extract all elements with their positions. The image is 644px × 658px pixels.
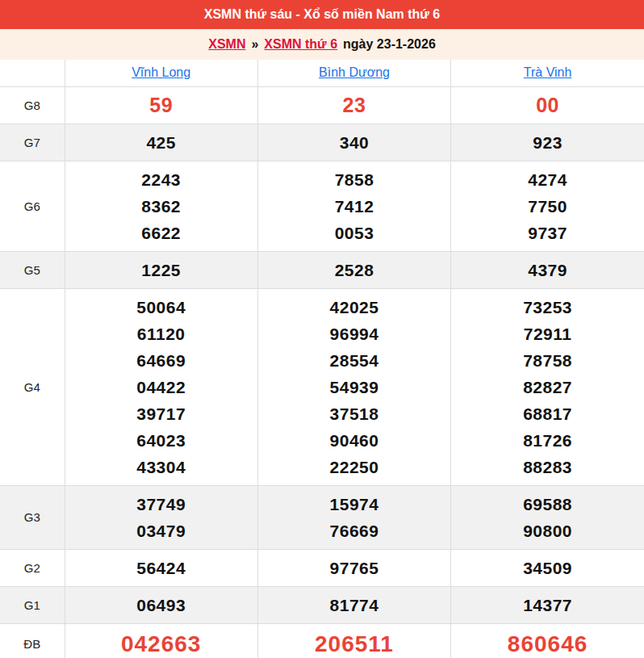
- result-number: 76669: [258, 518, 450, 544]
- result-cell: 206511: [257, 623, 450, 658]
- result-number: 2528: [258, 257, 450, 283]
- prize-label-header: [0, 60, 65, 86]
- result-number: 00: [451, 92, 644, 119]
- result-number: 37518: [258, 400, 450, 427]
- result-number: 15974: [258, 491, 450, 518]
- result-number: 23: [258, 92, 450, 119]
- result-number: 7750: [451, 193, 644, 220]
- prize-label: G5: [0, 251, 65, 288]
- result-number: 50064: [65, 294, 257, 321]
- breadcrumb-link-xsmn-thu-6[interactable]: XSMN thứ 6: [264, 37, 337, 52]
- prize-label: ĐB: [0, 623, 65, 658]
- prize-label: G2: [0, 549, 65, 586]
- table-row-g7: G7425340923: [0, 124, 644, 161]
- result-number: 923: [451, 129, 644, 156]
- result-cell: 06493: [65, 586, 257, 623]
- result-number: 97765: [258, 555, 450, 581]
- result-number: 14377: [451, 592, 644, 618]
- result-cell: 923: [451, 124, 644, 161]
- page-title: XSMN thứ sáu - Xổ số miền Nam thứ 6: [204, 7, 441, 22]
- result-number: 69588: [451, 491, 644, 518]
- result-number: 56424: [65, 555, 257, 581]
- result-cell: 4379: [451, 251, 644, 288]
- result-number: 340: [258, 129, 450, 156]
- table-header-row: Vĩnh Long Bình Dương Trà Vinh: [0, 60, 644, 86]
- result-cell: 56424: [65, 549, 257, 586]
- result-number: 6622: [65, 220, 257, 246]
- result-number: 9737: [451, 220, 644, 246]
- result-cell: 42025969942855454939375189046022250: [257, 288, 450, 485]
- result-number: 43304: [65, 454, 257, 480]
- result-number: 042663: [65, 629, 257, 658]
- result-number: 206511: [258, 629, 450, 658]
- result-number: 8362: [65, 193, 257, 220]
- result-number: 78758: [451, 347, 644, 374]
- province-link-vinh-long[interactable]: Vĩnh Long: [132, 65, 190, 79]
- result-number: 22250: [258, 454, 450, 480]
- result-number: 4274: [451, 166, 644, 193]
- result-cell: 14377: [451, 586, 644, 623]
- result-number: 04422: [65, 374, 257, 400]
- result-number: 59: [65, 92, 257, 119]
- result-cell: 1225: [65, 251, 257, 288]
- result-cell: 23: [257, 86, 450, 124]
- prize-label: G8: [0, 86, 65, 124]
- result-number: 72911: [451, 321, 644, 347]
- result-cell: 6958890800: [451, 485, 644, 549]
- result-number: 81774: [258, 592, 450, 618]
- result-number: 90800: [451, 518, 644, 544]
- table-row-đb: ĐB042663206511860646: [0, 623, 644, 658]
- result-cell: 97765: [257, 549, 450, 586]
- result-number: 54939: [258, 374, 450, 400]
- result-number: 28554: [258, 347, 450, 374]
- result-cell: 34509: [451, 549, 644, 586]
- table-row-g3: G3377490347915974766696958890800: [0, 485, 644, 549]
- result-number: 0053: [258, 220, 450, 246]
- result-cell: 785874120053: [257, 161, 450, 251]
- result-number: 425: [65, 129, 257, 156]
- province-link-tra-vinh[interactable]: Trà Vinh: [524, 65, 572, 79]
- title-bar: XSMN thứ sáu - Xổ số miền Nam thứ 6: [0, 0, 644, 29]
- result-number: 73253: [451, 294, 644, 321]
- result-number: 7412: [258, 193, 450, 220]
- result-number: 860646: [451, 629, 644, 658]
- result-cell: 427477509737: [451, 161, 644, 251]
- table-row-g1: G1064938177414377: [0, 586, 644, 623]
- province-link-binh-duong[interactable]: Bình Dương: [319, 65, 390, 79]
- result-number: 4379: [451, 257, 644, 283]
- result-number: 1225: [65, 257, 257, 283]
- result-cell: 3774903479: [65, 485, 257, 549]
- result-number: 42025: [258, 294, 450, 321]
- result-cell: 50064611206466904422397176402343304: [65, 288, 257, 485]
- result-cell: 2528: [257, 251, 450, 288]
- column-header-tra-vinh: Trà Vinh: [451, 60, 644, 86]
- result-number: 68817: [451, 400, 644, 427]
- result-cell: 860646: [451, 623, 644, 658]
- result-cell: 59: [65, 86, 257, 124]
- result-number: 88283: [451, 454, 644, 480]
- result-cell: 425: [65, 124, 257, 161]
- result-number: 81726: [451, 427, 644, 454]
- result-number: 34509: [451, 555, 644, 581]
- result-number: 03479: [65, 518, 257, 544]
- result-cell: 224383626622: [65, 161, 257, 251]
- result-number: 06493: [65, 592, 257, 618]
- column-header-vinh-long: Vĩnh Long: [65, 60, 257, 86]
- table-row-g6: G6224383626622785874120053427477509737: [0, 161, 644, 251]
- column-header-binh-duong: Bình Dương: [257, 60, 450, 86]
- result-number: 39717: [65, 400, 257, 427]
- result-number: 37749: [65, 491, 257, 518]
- result-cell: 1597476669: [257, 485, 450, 549]
- result-cell: 73253729117875882827688178172688283: [451, 288, 644, 485]
- table-row-g8: G8592300: [0, 86, 644, 124]
- breadcrumb: XSMN » XSMN thứ 6 ngày 23-1-2026: [0, 29, 644, 60]
- prize-label: G4: [0, 288, 65, 485]
- breadcrumb-link-xsmn[interactable]: XSMN: [208, 37, 245, 52]
- result-cell: 042663: [65, 623, 257, 658]
- breadcrumb-separator: »: [251, 37, 258, 52]
- prize-label: G3: [0, 485, 65, 549]
- table-row-g2: G2564249776534509: [0, 549, 644, 586]
- breadcrumb-date: ngày 23-1-2026: [343, 37, 436, 52]
- result-number: 64023: [65, 427, 257, 454]
- prize-label: G7: [0, 124, 65, 161]
